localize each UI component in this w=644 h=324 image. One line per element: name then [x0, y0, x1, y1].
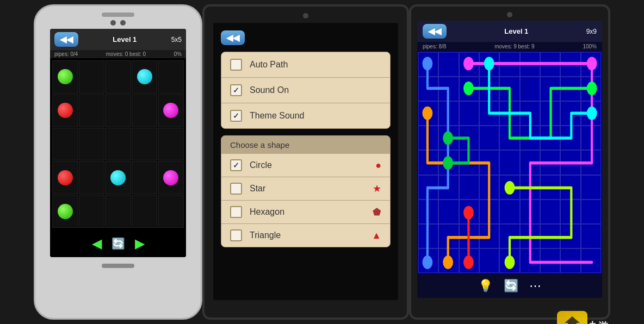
tablet-right-device: ◀◀ Level 1 9x9 pipes: 8/8 moves: 9 best:… — [409, 4, 610, 320]
hexagon-icon: ⬟ — [373, 206, 381, 218]
phone-grid-cell[interactable] — [79, 195, 105, 228]
phone-next-arrow[interactable]: ▶ — [135, 236, 145, 251]
star-label: Star — [250, 184, 265, 194]
tablet-center-back-button[interactable]: ◀◀ — [221, 30, 245, 45]
tablet-center-camera — [303, 13, 308, 18]
settings-row-autopath[interactable]: Auto Path — [221, 52, 390, 78]
phone-grid-cell[interactable] — [158, 195, 184, 228]
phone-grid-cell[interactable] — [132, 94, 158, 127]
phone-game-area[interactable] — [50, 58, 186, 230]
phone-grid-cell[interactable] — [105, 195, 131, 228]
phone-grid-cell[interactable] — [52, 161, 78, 194]
triangle-checkbox[interactable] — [230, 229, 242, 241]
right-subheader: pipes: 8/8 moves: 9 best: 9 100% — [417, 42, 602, 51]
phone-grid-cell[interactable] — [105, 60, 131, 94]
phone-grid-size: 5x5 — [171, 36, 182, 43]
tablet-center-header: ◀◀ — [221, 30, 391, 45]
hexagon-checkbox[interactable] — [230, 206, 242, 218]
svg-point-0 — [423, 58, 432, 70]
shape-row-circle[interactable]: Circle ● — [221, 154, 390, 177]
shape-chooser-panel: Choose a shape Circle ● Star ★ Hexagon ⬟… — [221, 135, 391, 247]
phone-prev-arrow[interactable]: ◀ — [92, 236, 102, 251]
phone-grid-cell[interactable] — [52, 60, 78, 94]
tablet-center-device: ◀◀ Auto Path Sound On Theme Sound Choose… — [202, 4, 409, 320]
right-moves-label: moves: 9 best: 9 — [494, 43, 534, 49]
phone-grid-cell[interactable] — [158, 60, 184, 94]
phone-dot-cyan — [110, 170, 126, 185]
svg-point-4 — [423, 107, 432, 119]
watermark-text: 九游 — [589, 320, 608, 324]
svg-point-9 — [587, 107, 597, 119]
phone-grid-cell[interactable] — [105, 94, 131, 127]
phone-grid-cell[interactable] — [79, 60, 105, 94]
phone-grid-cell[interactable] — [52, 128, 78, 161]
phone-back-button[interactable]: ◀◀ — [54, 32, 78, 47]
phone-grid-cell[interactable] — [79, 128, 105, 161]
phone-grid-cell[interactable] — [105, 128, 131, 161]
svg-point-2 — [464, 58, 473, 70]
phone-header: ◀◀ Level 1 5x5 — [50, 29, 186, 50]
phone-grid-cell[interactable] — [105, 161, 131, 194]
right-pipes-label: pipes: 8/8 — [423, 43, 446, 49]
phone-grid-cell[interactable] — [132, 128, 158, 161]
shape-row-triangle[interactable]: Triangle ▲ — [221, 224, 390, 247]
phone-camera-dot2 — [120, 20, 126, 26]
circle-checkbox[interactable] — [230, 159, 242, 171]
right-game-grid[interactable] — [417, 51, 602, 274]
phone-bottom-nav: ◀ 🔄 ▶ — [50, 230, 186, 257]
themesound-checkbox[interactable] — [230, 110, 242, 122]
svg-point-12 — [505, 182, 515, 194]
right-bottom-nav: 💡 🔄 ⋯ — [417, 274, 602, 298]
right-refresh-button[interactable]: 🔄 — [504, 279, 518, 293]
svg-point-13 — [505, 256, 515, 268]
settings-panel: Auto Path Sound On Theme Sound — [221, 52, 391, 129]
phone-grid-cell[interactable] — [79, 94, 105, 127]
phone-grid-cell[interactable] — [132, 161, 158, 194]
phone-speaker — [102, 13, 134, 17]
svg-point-5 — [443, 256, 453, 268]
right-back-button[interactable]: ◀◀ — [423, 24, 447, 39]
phone-pipes-label: pipes: 0/4 — [54, 51, 78, 57]
svg-point-6 — [464, 82, 473, 94]
phone-grid-cell[interactable] — [52, 94, 78, 127]
shape-row-hexagon[interactable]: Hexagon ⬟ — [221, 201, 390, 224]
svg-point-10 — [464, 207, 473, 219]
phone-dot-cyan — [137, 69, 152, 84]
phone-grid-cell[interactable] — [79, 161, 105, 194]
phone-grid-cell[interactable] — [158, 128, 184, 161]
bulb-icon[interactable]: 💡 — [478, 279, 493, 293]
soundon-label: Sound On — [250, 85, 289, 95]
circle-icon: ● — [375, 160, 381, 171]
shape-row-star[interactable]: Star ★ — [221, 177, 390, 201]
right-dots-icon[interactable]: ⋯ — [529, 279, 541, 293]
svg-point-1 — [423, 256, 432, 268]
phone-grid-cell[interactable] — [52, 195, 78, 228]
svg-point-7 — [587, 82, 597, 94]
phone-device: ◀◀ Level 1 5x5 pipes: 0/4 moves: 0 best:… — [34, 4, 202, 320]
right-header: ◀◀ Level 1 9x9 — [417, 21, 602, 42]
circle-label: Circle — [250, 160, 272, 170]
phone-moves-label: moves: 0 best: 0 — [106, 51, 146, 57]
svg-point-3 — [587, 58, 597, 70]
themesound-label: Theme Sound — [250, 111, 305, 121]
autopath-checkbox[interactable] — [230, 59, 242, 71]
right-progress: 100% — [583, 43, 597, 49]
phone-dot-green — [58, 204, 73, 219]
tablet-right-screen: ◀◀ Level 1 9x9 pipes: 8/8 moves: 9 best:… — [417, 21, 602, 298]
phone-grid-cell[interactable] — [132, 60, 158, 94]
tablet-right-camera — [507, 12, 512, 17]
star-checkbox[interactable] — [230, 183, 242, 195]
svg-point-14 — [443, 132, 453, 144]
phone-dot-red — [58, 103, 73, 118]
soundon-checkbox[interactable] — [230, 84, 242, 96]
phone-dot-pink — [163, 103, 178, 118]
hexagon-label: Hexagon — [250, 207, 284, 217]
phone-refresh-button[interactable]: 🔄 — [112, 237, 125, 250]
settings-row-soundon[interactable]: Sound On — [221, 78, 390, 103]
phone-home-bar — [102, 264, 134, 268]
phone-grid-cell[interactable] — [132, 195, 158, 228]
triangle-label: Triangle — [250, 230, 281, 240]
settings-row-themesound[interactable]: Theme Sound — [221, 103, 390, 128]
phone-grid-cell[interactable] — [158, 161, 184, 194]
phone-grid-cell[interactable] — [158, 94, 184, 127]
